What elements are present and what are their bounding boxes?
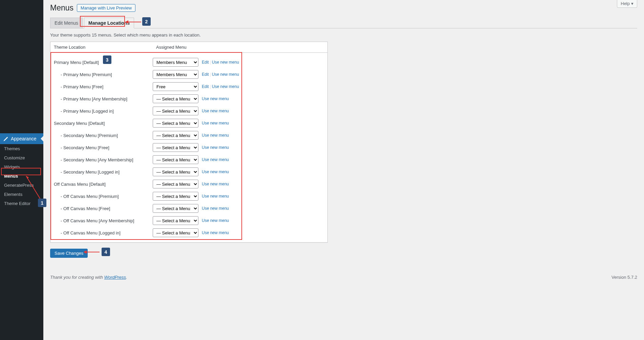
annotation-box-3 <box>50 52 242 240</box>
column-header-location: Theme Location <box>54 45 156 50</box>
annotation-number-4: 4 <box>102 248 110 256</box>
subtitle: Your theme supports 15 menus. Select whi… <box>50 32 637 38</box>
locations-table: Theme Location Assigned Menu Primary Men… <box>50 42 328 243</box>
sidebar-sub-theme-editor[interactable]: Theme Editor <box>0 199 43 208</box>
annotation-box-2 <box>80 16 125 27</box>
live-preview-button[interactable]: Manage with Live Preview <box>77 4 135 12</box>
tab-edit-menus[interactable]: Edit Menus <box>50 18 83 28</box>
sidebar-sub-themes[interactable]: Themes <box>0 144 43 153</box>
tabs: Edit Menus Manage Locations 2 <box>50 18 637 28</box>
sidebar-sub-customize[interactable]: Customize <box>0 153 43 162</box>
footer: Thank you for creating with WordPress. V… <box>50 275 637 287</box>
help-button[interactable]: Help ▾ <box>617 0 637 8</box>
sidebar-item-label: Appearance <box>11 136 37 141</box>
wordpress-link[interactable]: WordPress <box>104 275 126 280</box>
sidebar-sub-generatepress[interactable]: GeneratePress <box>0 181 43 190</box>
annotation-number-2: 2 <box>142 17 151 26</box>
page-title: Menus <box>50 3 73 13</box>
column-header-menu: Assigned Menu <box>156 45 324 50</box>
version-text: Version 5.7.2 <box>611 275 637 280</box>
annotation-box-1 <box>1 168 41 175</box>
sidebar-sub-elements[interactable]: Elements <box>0 190 43 199</box>
main-content: Help ▾ Menus Manage with Live Preview Ed… <box>43 0 644 340</box>
chevron-down-icon: ▾ <box>631 1 634 6</box>
save-changes-button[interactable]: Save Changes <box>50 249 88 258</box>
annotation-number-3: 3 <box>103 55 111 64</box>
admin-sidebar: Appearance ThemesCustomizeWidgetsMenusGe… <box>0 0 43 340</box>
sidebar-item-appearance[interactable]: Appearance <box>0 133 43 144</box>
brush-icon <box>3 136 9 142</box>
